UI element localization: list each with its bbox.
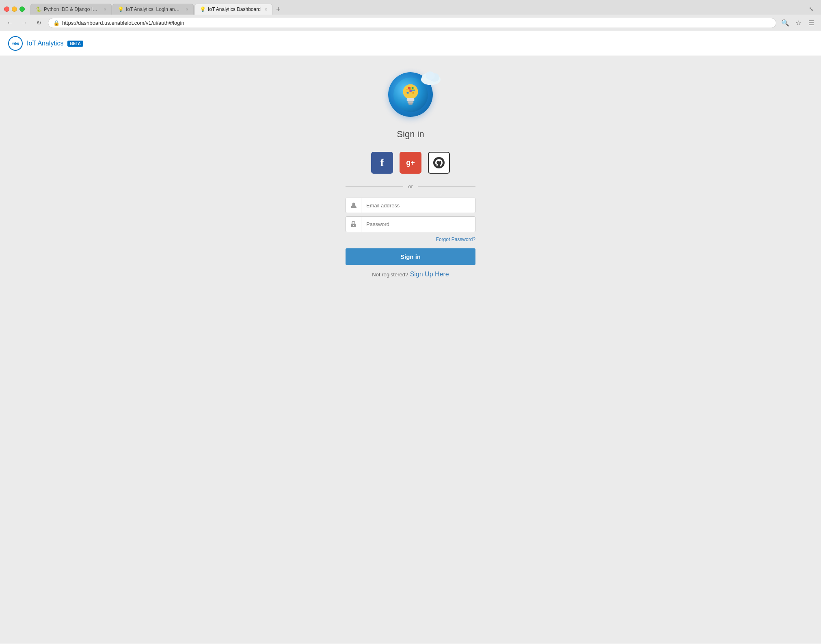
browser-chrome: 🐍 Python IDE & Django IDE f... × 💡 IoT A…: [0, 0, 821, 31]
app-header: intel IoT Analytics BETA: [0, 31, 821, 56]
menu-button[interactable]: ☰: [806, 17, 817, 28]
password-input[interactable]: [361, 217, 475, 231]
email-input[interactable]: [361, 198, 475, 213]
toolbar-right: 🔍 ☆ ☰: [780, 17, 817, 28]
beta-badge: BETA: [67, 41, 83, 47]
google-login-button[interactable]: g+: [400, 152, 421, 174]
intel-label: intel: [12, 41, 19, 45]
svg-point-22: [353, 225, 354, 226]
tab-close-iot-dashboard[interactable]: ×: [265, 7, 267, 12]
search-button[interactable]: 🔍: [780, 17, 791, 28]
sign-in-title: Sign in: [397, 129, 424, 140]
address-bar[interactable]: [62, 20, 771, 26]
signup-link[interactable]: Sign Up Here: [410, 271, 449, 278]
secure-icon: 🔒: [53, 20, 60, 26]
divider-line-right: [418, 186, 475, 187]
svg-rect-2: [407, 101, 413, 103]
restore-window-button[interactable]: ⤡: [806, 3, 817, 15]
tab-close-python[interactable]: ×: [104, 7, 106, 12]
sign-in-button[interactable]: Sign in: [346, 248, 475, 265]
login-container: Sign in f g+ or: [346, 72, 475, 278]
email-input-group: [346, 198, 475, 213]
tab-label-iot-dashboard: IoT Analytics Dashboard: [208, 6, 261, 12]
password-input-group: [346, 216, 475, 232]
navigation-toolbar: ← → ↻ 🔒 🔍 ☆ ☰: [0, 15, 821, 31]
bookmark-button[interactable]: ☆: [793, 17, 804, 28]
forgot-password-container: Forgot Password?: [346, 235, 475, 243]
svg-rect-12: [407, 92, 408, 94]
svg-rect-11: [411, 87, 413, 89]
social-buttons: f g+: [371, 152, 450, 174]
user-icon: [346, 198, 361, 213]
close-button[interactable]: [4, 6, 9, 12]
svg-point-18: [426, 71, 435, 80]
svg-rect-10: [408, 87, 410, 89]
register-section: Not registered? Sign Up Here: [372, 271, 449, 278]
minimize-button[interactable]: [12, 6, 17, 12]
app-title: IoT Analytics: [27, 40, 63, 47]
back-button[interactable]: ←: [4, 17, 15, 28]
or-divider: or: [346, 183, 475, 190]
or-text: or: [408, 183, 413, 190]
cloud-svg: [419, 68, 443, 86]
tab-favicon-iot-login: 💡: [118, 6, 123, 12]
tab-favicon-python: 🐍: [36, 6, 41, 12]
tabs-container: 🐍 Python IDE & Django IDE f... × 💡 IoT A…: [30, 4, 802, 15]
not-registered-text: Not registered?: [372, 271, 408, 278]
intel-logo: intel: [8, 36, 23, 51]
svg-point-19: [433, 157, 445, 168]
title-bar: 🐍 Python IDE & Django IDE f... × 💡 IoT A…: [0, 0, 821, 15]
tab-python-ide[interactable]: 🐍 Python IDE & Django IDE f... ×: [30, 4, 112, 15]
svg-rect-1: [406, 98, 414, 101]
facebook-login-button[interactable]: f: [371, 152, 393, 174]
window-controls: [4, 6, 25, 12]
forgot-password-link[interactable]: Forgot Password?: [436, 237, 475, 242]
address-bar-container: 🔒: [48, 18, 776, 28]
google-plus-icon: g+: [406, 159, 415, 167]
svg-rect-3: [408, 103, 413, 104]
tab-favicon-iot-dashboard: 💡: [200, 6, 205, 12]
facebook-icon: f: [380, 157, 384, 169]
svg-rect-14: [410, 90, 412, 92]
tab-label-python: Python IDE & Django IDE f...: [44, 6, 100, 12]
reload-button[interactable]: ↻: [33, 17, 45, 28]
logo-area: [388, 72, 433, 117]
github-login-button[interactable]: [428, 152, 450, 174]
forward-button[interactable]: →: [19, 17, 30, 28]
tab-iot-dashboard[interactable]: 💡 IoT Analytics Dashboard ×: [194, 4, 272, 15]
svg-rect-13: [412, 92, 414, 94]
lock-icon: [346, 217, 361, 232]
maximize-button[interactable]: [19, 6, 25, 12]
new-tab-button[interactable]: +: [273, 5, 283, 15]
tab-label-iot-login: IoT Analytics: Login and A...: [126, 6, 182, 12]
divider-line-left: [346, 186, 403, 187]
tab-close-iot-login[interactable]: ×: [186, 7, 188, 12]
github-icon: [433, 157, 445, 169]
tab-iot-login[interactable]: 💡 IoT Analytics: Login and A... ×: [112, 4, 194, 15]
main-content: Sign in f g+ or: [0, 56, 821, 643]
